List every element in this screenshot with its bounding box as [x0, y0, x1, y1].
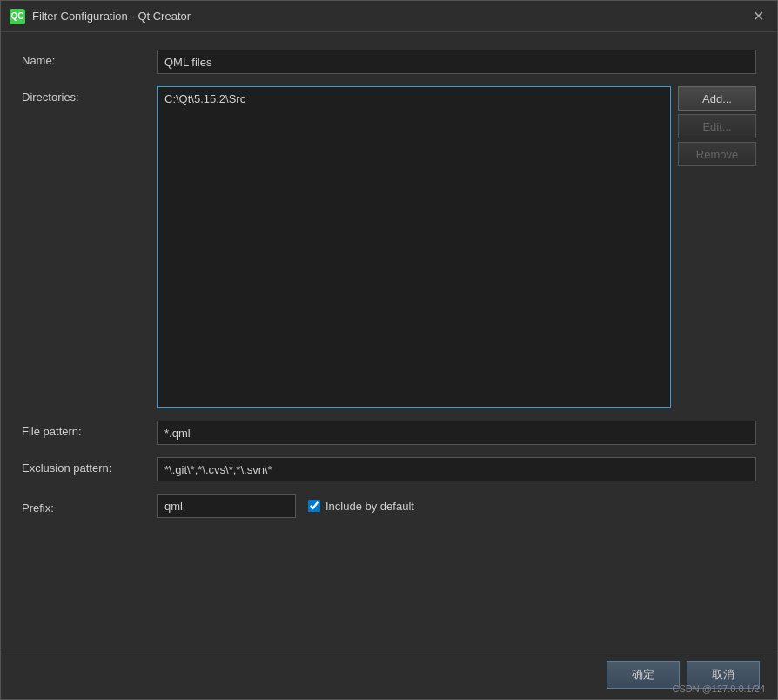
- bottom-bar: 确定 取消 CSDN @127.0.0.1/24: [1, 650, 777, 699]
- include-by-default-checkbox[interactable]: [308, 500, 320, 512]
- remove-button: Remove: [678, 142, 756, 166]
- prefix-label: Prefix:: [22, 497, 157, 515]
- watermark: CSDN @127.0.0.1/24: [672, 683, 765, 694]
- name-input[interactable]: [157, 50, 756, 74]
- titlebar: QC Filter Configuration - Qt Creator ✕: [1, 1, 777, 32]
- dialog-title: Filter Configuration - Qt Creator: [32, 10, 191, 23]
- directory-item: C:\Qt\5.15.2\Src: [164, 91, 663, 107]
- name-field-container: [157, 50, 756, 74]
- exclusion-pattern-row: Exclusion pattern:: [22, 457, 756, 481]
- filter-configuration-dialog: QC Filter Configuration - Qt Creator ✕ N…: [0, 0, 778, 700]
- exclusion-pattern-label: Exclusion pattern:: [22, 457, 157, 475]
- name-row: Name:: [22, 50, 756, 74]
- exclusion-pattern-field-container: [157, 457, 756, 481]
- file-pattern-label: File pattern:: [22, 421, 157, 438]
- titlebar-left: QC Filter Configuration - Qt Creator: [10, 9, 191, 24]
- app-icon: QC: [10, 9, 25, 24]
- form-content: Name: Directories: C:\Qt\5.15.2\Src Add.…: [1, 32, 777, 650]
- include-by-default-group: Include by default: [308, 500, 414, 513]
- directories-label: Directories:: [22, 86, 157, 104]
- include-by-default-label: Include by default: [325, 500, 414, 513]
- confirm-button[interactable]: 确定: [607, 661, 680, 689]
- prefix-input[interactable]: [157, 494, 296, 518]
- directory-buttons: Add... Edit... Remove: [678, 86, 756, 408]
- name-label: Name:: [22, 50, 157, 67]
- directories-container: C:\Qt\5.15.2\Src Add... Edit... Remove: [157, 86, 756, 408]
- exclusion-pattern-input[interactable]: [157, 457, 756, 481]
- prefix-row: Prefix: Include by default: [22, 494, 756, 518]
- file-pattern-field-container: [157, 421, 756, 445]
- directories-list[interactable]: C:\Qt\5.15.2\Src: [157, 86, 671, 408]
- close-button[interactable]: ✕: [748, 6, 768, 27]
- file-pattern-row: File pattern:: [22, 421, 756, 445]
- file-pattern-input[interactable]: [157, 421, 756, 445]
- add-button[interactable]: Add...: [678, 86, 756, 111]
- directories-row: Directories: C:\Qt\5.15.2\Src Add... Edi…: [22, 86, 756, 408]
- edit-button: Edit...: [678, 114, 756, 138]
